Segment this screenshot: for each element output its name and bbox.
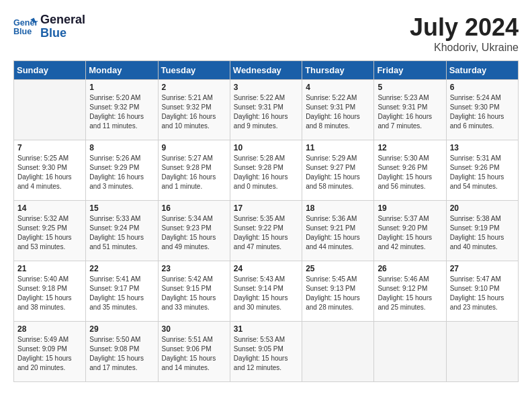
day-cell: 31Sunrise: 5:53 AM Sunset: 9:05 PM Dayli…	[230, 322, 302, 382]
day-number: 21	[17, 264, 82, 273]
day-number: 22	[89, 264, 154, 273]
day-cell	[302, 322, 374, 382]
day-info: Sunrise: 5:26 AM Sunset: 9:29 PM Dayligh…	[89, 154, 154, 191]
day-info: Sunrise: 5:20 AM Sunset: 9:32 PM Dayligh…	[89, 93, 154, 131]
day-info: Sunrise: 5:27 AM Sunset: 9:28 PM Dayligh…	[162, 154, 226, 191]
day-cell: 15Sunrise: 5:33 AM Sunset: 9:24 PM Dayli…	[86, 201, 158, 261]
weekday-header-sunday: Sunday	[14, 61, 86, 80]
week-row-1: 1Sunrise: 5:20 AM Sunset: 9:32 PM Daylig…	[14, 80, 519, 140]
day-cell	[14, 80, 86, 140]
calendar-table: SundayMondayTuesdayWednesdayThursdayFrid…	[13, 60, 519, 382]
day-cell: 14Sunrise: 5:32 AM Sunset: 9:25 PM Dayli…	[14, 201, 86, 261]
day-number: 16	[162, 203, 226, 213]
day-cell: 26Sunrise: 5:46 AM Sunset: 9:12 PM Dayli…	[374, 261, 446, 322]
day-info: Sunrise: 5:47 AM Sunset: 9:10 PM Dayligh…	[450, 275, 515, 312]
week-row-3: 14Sunrise: 5:32 AM Sunset: 9:25 PM Dayli…	[14, 201, 519, 261]
day-info: Sunrise: 5:45 AM Sunset: 9:13 PM Dayligh…	[306, 275, 370, 312]
week-row-2: 7Sunrise: 5:25 AM Sunset: 9:30 PM Daylig…	[14, 140, 519, 201]
day-cell: 30Sunrise: 5:51 AM Sunset: 9:06 PM Dayli…	[158, 322, 230, 382]
day-cell: 12Sunrise: 5:30 AM Sunset: 9:26 PM Dayli…	[374, 140, 446, 201]
day-number: 3	[234, 83, 298, 92]
day-cell: 13Sunrise: 5:31 AM Sunset: 9:26 PM Dayli…	[446, 140, 518, 201]
day-cell: 23Sunrise: 5:42 AM Sunset: 9:15 PM Dayli…	[158, 261, 230, 322]
logo: General Blue General Blue	[13, 13, 85, 40]
day-info: Sunrise: 5:36 AM Sunset: 9:21 PM Dayligh…	[306, 214, 370, 252]
weekday-header-row: SundayMondayTuesdayWednesdayThursdayFrid…	[14, 61, 519, 80]
day-info: Sunrise: 5:38 AM Sunset: 9:19 PM Dayligh…	[450, 214, 515, 252]
logo-line2: Blue	[40, 27, 85, 40]
day-info: Sunrise: 5:50 AM Sunset: 9:08 PM Dayligh…	[89, 335, 154, 373]
day-info: Sunrise: 5:46 AM Sunset: 9:12 PM Dayligh…	[378, 275, 442, 312]
day-cell: 29Sunrise: 5:50 AM Sunset: 9:08 PM Dayli…	[86, 322, 158, 382]
week-row-5: 28Sunrise: 5:49 AM Sunset: 9:09 PM Dayli…	[14, 322, 519, 382]
day-number: 13	[450, 143, 515, 152]
day-cell: 4Sunrise: 5:22 AM Sunset: 9:31 PM Daylig…	[302, 80, 374, 140]
day-info: Sunrise: 5:23 AM Sunset: 9:31 PM Dayligh…	[378, 93, 442, 131]
day-number: 17	[234, 203, 298, 213]
day-cell	[446, 322, 518, 382]
day-info: Sunrise: 5:28 AM Sunset: 9:28 PM Dayligh…	[234, 154, 298, 191]
day-cell: 27Sunrise: 5:47 AM Sunset: 9:10 PM Dayli…	[446, 261, 518, 322]
location-title: Khodoriv, Ukraine	[410, 42, 519, 54]
day-number: 20	[450, 203, 515, 213]
day-info: Sunrise: 5:21 AM Sunset: 9:32 PM Dayligh…	[162, 93, 226, 131]
day-info: Sunrise: 5:51 AM Sunset: 9:06 PM Dayligh…	[162, 335, 226, 373]
weekday-header-saturday: Saturday	[446, 61, 518, 80]
day-cell: 22Sunrise: 5:41 AM Sunset: 9:17 PM Dayli…	[86, 261, 158, 322]
day-cell: 21Sunrise: 5:40 AM Sunset: 9:18 PM Dayli…	[14, 261, 86, 322]
day-cell: 24Sunrise: 5:43 AM Sunset: 9:14 PM Dayli…	[230, 261, 302, 322]
day-number: 18	[306, 203, 370, 213]
day-info: Sunrise: 5:33 AM Sunset: 9:24 PM Dayligh…	[89, 214, 154, 252]
day-number: 14	[17, 203, 82, 213]
day-number: 19	[378, 203, 442, 213]
weekday-header-thursday: Thursday	[302, 61, 374, 80]
day-number: 12	[378, 143, 442, 152]
day-info: Sunrise: 5:31 AM Sunset: 9:26 PM Dayligh…	[450, 154, 515, 191]
weekday-header-friday: Friday	[374, 61, 446, 80]
day-cell: 10Sunrise: 5:28 AM Sunset: 9:28 PM Dayli…	[230, 140, 302, 201]
day-info: Sunrise: 5:25 AM Sunset: 9:30 PM Dayligh…	[17, 154, 82, 191]
day-info: Sunrise: 5:40 AM Sunset: 9:18 PM Dayligh…	[17, 275, 82, 312]
day-cell: 7Sunrise: 5:25 AM Sunset: 9:30 PM Daylig…	[14, 140, 86, 201]
day-cell: 25Sunrise: 5:45 AM Sunset: 9:13 PM Dayli…	[302, 261, 374, 322]
day-cell: 18Sunrise: 5:36 AM Sunset: 9:21 PM Dayli…	[302, 201, 374, 261]
day-info: Sunrise: 5:32 AM Sunset: 9:25 PM Dayligh…	[17, 214, 82, 252]
day-info: Sunrise: 5:53 AM Sunset: 9:05 PM Dayligh…	[234, 335, 298, 373]
weekday-header-monday: Monday	[86, 61, 158, 80]
day-cell	[374, 322, 446, 382]
weekday-header-wednesday: Wednesday	[230, 61, 302, 80]
day-number: 1	[89, 83, 154, 92]
title-block: July 2024 Khodoriv, Ukraine	[410, 13, 519, 54]
day-number: 23	[162, 264, 226, 273]
day-info: Sunrise: 5:22 AM Sunset: 9:31 PM Dayligh…	[234, 93, 298, 131]
day-number: 11	[306, 143, 370, 152]
day-cell: 16Sunrise: 5:34 AM Sunset: 9:23 PM Dayli…	[158, 201, 230, 261]
day-info: Sunrise: 5:42 AM Sunset: 9:15 PM Dayligh…	[162, 275, 226, 312]
day-cell: 6Sunrise: 5:24 AM Sunset: 9:30 PM Daylig…	[446, 80, 518, 140]
day-cell: 1Sunrise: 5:20 AM Sunset: 9:32 PM Daylig…	[86, 80, 158, 140]
day-number: 7	[17, 143, 82, 152]
day-number: 10	[234, 143, 298, 152]
page-header: General Blue General Blue July 2024 Khod…	[13, 13, 519, 54]
day-number: 27	[450, 264, 515, 273]
day-number: 24	[234, 264, 298, 273]
day-cell: 20Sunrise: 5:38 AM Sunset: 9:19 PM Dayli…	[446, 201, 518, 261]
day-number: 31	[234, 324, 298, 334]
day-info: Sunrise: 5:22 AM Sunset: 9:31 PM Dayligh…	[306, 93, 370, 131]
month-title: July 2024	[410, 13, 519, 42]
day-cell: 19Sunrise: 5:37 AM Sunset: 9:20 PM Dayli…	[374, 201, 446, 261]
day-cell: 8Sunrise: 5:26 AM Sunset: 9:29 PM Daylig…	[86, 140, 158, 201]
logo-icon: General Blue	[13, 15, 38, 39]
day-number: 9	[162, 143, 226, 152]
day-cell: 3Sunrise: 5:22 AM Sunset: 9:31 PM Daylig…	[230, 80, 302, 140]
day-number: 29	[89, 324, 154, 334]
day-number: 30	[162, 324, 226, 334]
day-info: Sunrise: 5:41 AM Sunset: 9:17 PM Dayligh…	[89, 275, 154, 312]
day-number: 8	[89, 143, 154, 152]
day-number: 28	[17, 324, 82, 334]
logo-line1: General	[40, 13, 85, 27]
day-info: Sunrise: 5:37 AM Sunset: 9:20 PM Dayligh…	[378, 214, 442, 252]
day-info: Sunrise: 5:35 AM Sunset: 9:22 PM Dayligh…	[234, 214, 298, 252]
day-cell: 2Sunrise: 5:21 AM Sunset: 9:32 PM Daylig…	[158, 80, 230, 140]
week-row-4: 21Sunrise: 5:40 AM Sunset: 9:18 PM Dayli…	[14, 261, 519, 322]
